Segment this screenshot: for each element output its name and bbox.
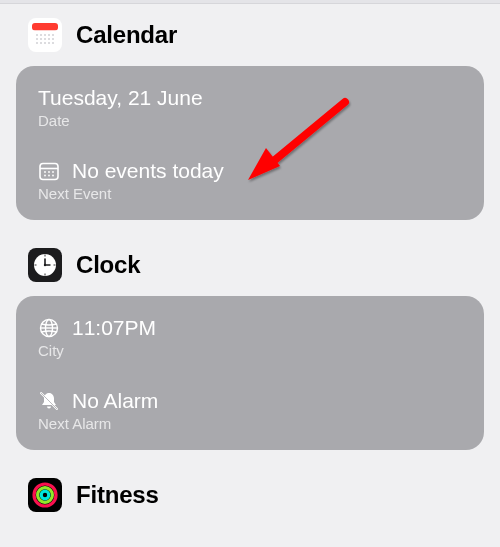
svg-point-3 [36,34,38,36]
clock-time-label: City [38,342,462,359]
fitness-app-icon [28,478,62,512]
calendar-event-row: No events today [38,159,462,183]
svg-point-12 [52,38,54,40]
calendar-icon [38,160,60,182]
clock-alarm-row: No Alarm [38,389,462,413]
clock-time-text: 11:07PM [72,316,156,340]
svg-point-9 [40,38,42,40]
calendar-date-label: Date [38,112,462,129]
svg-point-41 [41,491,49,499]
calendar-header: Calendar [0,4,500,62]
svg-point-13 [36,42,38,44]
svg-point-14 [40,42,42,44]
svg-point-10 [44,38,46,40]
svg-point-20 [44,171,46,173]
svg-point-24 [48,175,50,177]
svg-point-17 [52,42,54,44]
clock-alarm-text: No Alarm [72,389,158,413]
svg-rect-0 [32,23,58,31]
clock-header: Clock [0,234,500,292]
clock-alarm-label: Next Alarm [38,415,462,432]
svg-point-15 [44,42,46,44]
svg-point-16 [48,42,50,44]
bell-slash-icon [38,390,60,412]
svg-point-6 [48,34,50,36]
calendar-date-text: Tuesday, 21 June [38,86,203,110]
clock-app-icon [28,248,62,282]
svg-point-21 [48,171,50,173]
calendar-event-text: No events today [72,159,224,183]
svg-point-25 [52,175,54,177]
svg-point-4 [40,34,42,36]
calendar-date-row: Tuesday, 21 June [38,86,462,110]
svg-point-33 [44,264,46,266]
calendar-app-icon [28,18,62,52]
calendar-widget-card[interactable]: Tuesday, 21 June Date No events today Ne… [16,66,484,220]
clock-title: Clock [76,251,140,279]
svg-point-23 [44,175,46,177]
svg-point-22 [52,171,54,173]
calendar-event-label: Next Event [38,185,462,202]
calendar-title: Calendar [76,21,177,49]
svg-point-11 [48,38,50,40]
svg-point-8 [36,38,38,40]
clock-time-row: 11:07PM [38,316,462,340]
fitness-title: Fitness [76,481,159,509]
svg-point-5 [44,34,46,36]
fitness-header: Fitness [0,464,500,518]
globe-icon [38,317,60,339]
svg-point-7 [52,34,54,36]
clock-widget-card[interactable]: 11:07PM City No Alarm Next Alarm [16,296,484,450]
